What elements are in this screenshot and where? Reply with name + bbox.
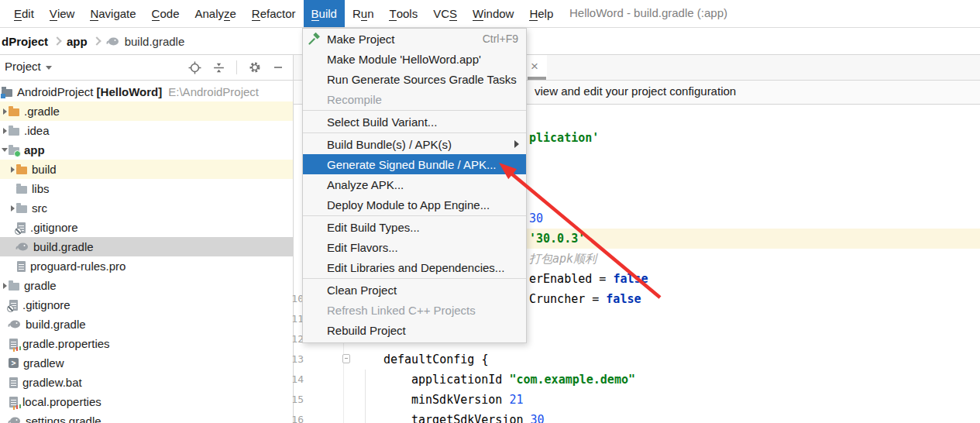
line-number: 16 — [287, 410, 304, 423]
fold-marker-icon[interactable] — [342, 354, 350, 363]
tree-item-build-gradle-root[interactable]: build.gradle — [0, 315, 293, 334]
properties-file-icon — [9, 397, 18, 408]
expander-icon — [9, 167, 16, 173]
project-panel-header: Project — [0, 55, 293, 81]
menu-item-deploy-module[interactable]: Deploy Module to App Engine... — [303, 194, 526, 215]
locate-icon[interactable] — [188, 61, 201, 74]
gradle-elephant-icon — [15, 242, 29, 252]
menu-item-analyze-apk[interactable]: Analyze APK... — [303, 174, 526, 194]
console-file-icon: > — [9, 358, 19, 368]
expander-icon — [1, 128, 9, 134]
menubar-item-help[interactable]: Help — [521, 0, 561, 27]
code-line[interactable]: erEnabled = false — [529, 269, 648, 289]
divider — [236, 60, 237, 74]
tree-item-gradle-folder[interactable]: gradle — [0, 276, 293, 295]
menu-item-select-build-variant[interactable]: Select Build Variant... — [303, 112, 526, 132]
menubar-item-navigate[interactable]: Navigate — [82, 0, 143, 27]
menubar-item-build[interactable]: Build — [304, 0, 345, 27]
menu-item-edit-flavors[interactable]: Edit Flavors... — [303, 237, 526, 257]
banner-text: view and edit your project configuration — [535, 84, 736, 98]
tab-close-icon[interactable]: × — [531, 60, 538, 73]
code-line[interactable]: minSdkVersion 21 — [411, 390, 524, 410]
code-line-comment[interactable]: 打包apk顺利 — [529, 249, 597, 269]
gradle-elephant-icon — [106, 36, 119, 46]
tree-root-androidproject[interactable]: AndroidProject [HelloWord]E:\AndroidProj… — [0, 82, 293, 101]
menubar-item-run[interactable]: Run — [345, 0, 382, 27]
line-number: 10 — [287, 289, 304, 309]
build-menu-dropdown: Make ProjectCtrl+F9 Make Module 'HelloWo… — [302, 28, 527, 343]
git-file-icon — [9, 300, 18, 311]
ide-window: Edit View Navigate Code Analyze Refactor… — [0, 0, 980, 423]
code-line[interactable]: defaultConfig { — [383, 349, 488, 370]
shortcut-label: Ctrl+F9 — [483, 33, 526, 45]
collapse-all-icon[interactable] — [212, 61, 225, 74]
menu-item-refresh-linked-cpp: Refresh Linked C++ Projects — [303, 300, 526, 320]
breadcrumb-project[interactable]: dProject — [2, 35, 48, 48]
code-line[interactable]: 30 — [529, 208, 543, 229]
tree-item-gradlew-bat[interactable]: gradlew.bat — [0, 373, 293, 392]
tree-item-proguard[interactable]: proguard-rules.pro — [0, 256, 293, 276]
tree-item-gradlew[interactable]: >gradlew — [0, 353, 293, 373]
tree-item-libs[interactable]: libs — [0, 179, 293, 198]
folder-icon — [9, 128, 19, 136]
window-title: HelloWord - build.gradle (:app) — [569, 6, 727, 19]
tree-item-settings-gradle[interactable]: settings.gradle — [0, 411, 293, 423]
code-line[interactable]: targetSdkVersion 30 — [411, 410, 545, 423]
menu-separator — [303, 132, 526, 133]
line-number: 11 — [287, 309, 304, 329]
folder-icon — [16, 205, 27, 213]
tree-item-idea[interactable]: .idea — [0, 121, 293, 140]
menubar-item-window[interactable]: Window — [465, 0, 521, 27]
tree-item-gitignore-root[interactable]: .gitignore — [0, 295, 293, 315]
menu-item-build-bundles-apks[interactable]: Build Bundle(s) / APK(s) — [303, 134, 526, 154]
tree-item-gradle-dir[interactable]: .gradle — [0, 101, 293, 121]
folder-app-icon — [9, 147, 19, 155]
menu-separator — [303, 278, 526, 279]
expander-icon — [1, 108, 9, 115]
menubar-item-refactor[interactable]: Refactor — [244, 0, 304, 27]
tree-item-src[interactable]: src — [0, 198, 293, 218]
tree-item-build[interactable]: build — [0, 160, 293, 179]
indent-guide — [365, 370, 366, 423]
tree-item-app[interactable]: app — [0, 140, 293, 160]
menubar-item-view[interactable]: View — [42, 0, 83, 27]
menu-item-clean-project[interactable]: Clean Project — [303, 280, 526, 300]
code-line[interactable]: plication' — [529, 128, 599, 148]
text-file-icon — [9, 377, 18, 388]
menu-item-run-generate-sources[interactable]: Run Generate Sources Gradle Tasks — [303, 69, 526, 89]
menu-item-edit-libraries-dependencies[interactable]: Edit Libraries and Dependencies... — [303, 257, 526, 277]
menu-item-rebuild-project[interactable]: Rebuild Project — [303, 320, 526, 340]
breadcrumb-file[interactable]: build.gradle — [125, 35, 185, 48]
tree-item-build-gradle-app[interactable]: build.gradle — [0, 237, 293, 256]
chevron-down-icon — [46, 66, 52, 70]
menubar-item-edit[interactable]: Edit — [6, 0, 42, 27]
line-number: 12 — [287, 329, 304, 349]
breadcrumb: dProject app build.gradle — [2, 28, 184, 54]
chevron-right-icon — [53, 36, 61, 45]
project-path: E:\AndroidProject — [168, 85, 259, 98]
folder-icon — [16, 186, 27, 194]
gradle-elephant-icon — [8, 319, 21, 329]
menubar-item-analyze[interactable]: Analyze — [187, 0, 243, 27]
code-line[interactable]: '30.0.3' — [529, 229, 585, 249]
project-tree: AndroidProject [HelloWord]E:\AndroidProj… — [0, 82, 293, 423]
menubar-item-vcs[interactable]: VCS — [425, 0, 465, 27]
project-panel-title[interactable]: Project — [5, 60, 52, 73]
tree-item-gitignore-app[interactable]: .gitignore — [0, 218, 293, 237]
menu-item-make-module[interactable]: Make Module 'HelloWord.app' — [303, 49, 526, 69]
tree-item-local-properties[interactable]: local.properties — [0, 392, 293, 411]
breadcrumb-app[interactable]: app — [67, 35, 88, 48]
settings-gear-icon[interactable] — [248, 60, 262, 74]
menubar-item-tools[interactable]: Tools — [381, 0, 425, 27]
menu-item-make-project[interactable]: Make ProjectCtrl+F9 — [303, 29, 526, 49]
submenu-arrow-icon — [514, 140, 519, 148]
code-line[interactable]: applicationId "com.example.demo" — [411, 370, 635, 390]
code-line[interactable]: Cruncher = false — [529, 289, 641, 309]
properties-file-icon — [9, 339, 18, 349]
menu-separator — [303, 215, 526, 216]
menubar-item-code[interactable]: Code — [144, 0, 187, 27]
menu-item-edit-build-types[interactable]: Edit Build Types... — [303, 217, 526, 237]
menu-item-generate-signed-bundle-apk[interactable]: Generate Signed Bundle / APK... — [303, 154, 526, 174]
hide-panel-icon[interactable] — [273, 62, 284, 73]
tree-item-gradle-properties[interactable]: gradle.properties — [0, 334, 293, 353]
